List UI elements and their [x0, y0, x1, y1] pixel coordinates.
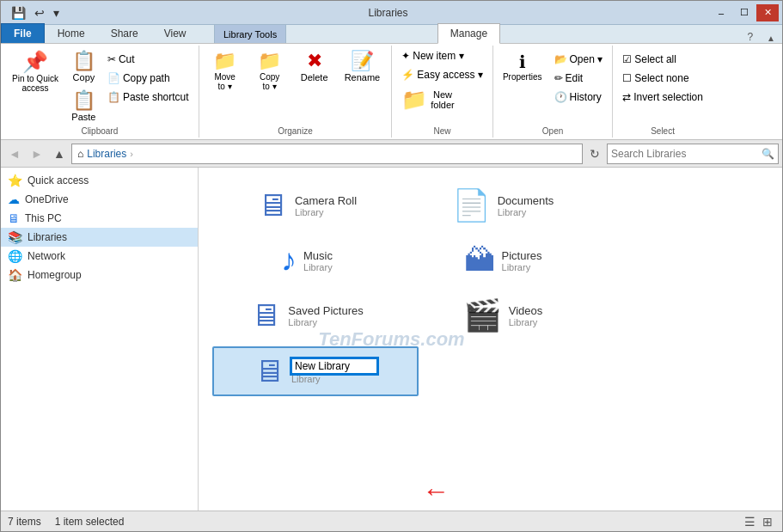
easy-access-button[interactable]: ⚡ Easy access ▾ [397, 66, 487, 83]
library-item-music[interactable]: ♪ Music Library [212, 236, 401, 284]
breadcrumb-libraries[interactable]: Libraries [87, 148, 126, 160]
tab-share[interactable]: Share [98, 23, 151, 43]
tab-home[interactable]: Home [45, 23, 98, 43]
clipboard-section-label: Clipboard [6, 125, 193, 136]
ribbon: 📌 Pin to Quickaccess 📋 Copy 📋 Paste [1, 44, 782, 140]
address-bar: ◄ ► ▲ ⌂ Libraries › ↻ 🔍 [1, 140, 782, 168]
select-none-label: Select none [634, 72, 688, 84]
invert-label: Invert selection [633, 91, 703, 103]
new-folder-button[interactable]: 📁 Newfolder [397, 85, 459, 114]
library-item-new[interactable]: 🖥 Library ← [212, 346, 419, 396]
videos-name: Videos [509, 304, 543, 317]
documents-icon: 📄 [452, 187, 491, 223]
cut-icon: ✂ [107, 53, 116, 65]
search-input[interactable] [611, 148, 760, 160]
content-area: 🖥 Camera Roll Library 📄 Documents Librar… [199, 168, 782, 511]
music-type: Library [303, 262, 333, 272]
address-box[interactable]: ⌂ Libraries › [71, 144, 583, 164]
sidebar-item-onedrive[interactable]: ☁ OneDrive [1, 190, 198, 209]
maximize-button[interactable]: ☐ [733, 4, 755, 21]
copy-icon: 📋 [72, 52, 95, 70]
large-icons-view-btn[interactable]: ⊞ [760, 515, 775, 529]
details-view-btn[interactable]: ☰ [742, 515, 758, 529]
edit-button[interactable]: ✏ Edit [550, 70, 608, 87]
copy-to-button[interactable]: 📁 Copyto ▾ [249, 47, 291, 95]
library-item-videos[interactable]: 🎬 Videos Library [408, 291, 597, 339]
forward-button[interactable]: ► [27, 144, 47, 164]
music-info: Music Library [303, 249, 333, 272]
quick-save-btn[interactable]: 💾 [8, 4, 29, 21]
window-controls: – ☐ ✕ [710, 4, 779, 21]
saved-pictures-icon: 🖥 [250, 297, 281, 333]
new-item-button[interactable]: ✦ New item ▾ [397, 47, 468, 64]
delete-button[interactable]: ✖ Delete [294, 47, 335, 87]
edit-icon: ✏ [554, 72, 563, 84]
sidebar-item-homegroup[interactable]: 🏠 Homegroup [1, 266, 198, 284]
back-button[interactable]: ◄ [4, 144, 25, 164]
tab-file[interactable]: File [1, 23, 45, 43]
sidebar-item-label: Libraries [28, 231, 67, 243]
edit-label: Edit [566, 72, 584, 84]
close-button[interactable]: ✕ [756, 4, 779, 21]
copy-button[interactable]: 📋 Copy [66, 47, 101, 87]
refresh-button[interactable]: ↻ [584, 144, 605, 164]
documents-type: Library [498, 207, 554, 217]
select-section-label: Select [618, 125, 707, 136]
library-item-saved-pictures[interactable]: 🖥 Saved Pictures Library [212, 291, 401, 339]
this-pc-icon: 🖥 [8, 211, 20, 225]
history-button[interactable]: 🕐 History [550, 89, 608, 106]
new-item-label: New item ▾ [413, 50, 463, 62]
library-item-camera-roll[interactable]: 🖥 Camera Roll Library [212, 181, 401, 229]
new-folder-icon: 📁 [401, 89, 427, 110]
quick-customize-btn[interactable]: ▾ [50, 4, 63, 21]
open-button[interactable]: 📂 Open ▾ [550, 51, 608, 68]
cut-button[interactable]: ✂ Cut [103, 51, 193, 68]
videos-info: Videos Library [509, 304, 543, 327]
delete-label: Delete [301, 72, 328, 83]
homegroup-icon: 🏠 [8, 268, 22, 282]
new-library-icon: 🖥 [254, 353, 284, 389]
paste-shortcut-label: Paste shortcut [123, 91, 189, 103]
minimize-button[interactable]: – [710, 4, 732, 21]
properties-label: Properties [503, 72, 542, 82]
select-all-icon: ☑ [622, 53, 632, 65]
paste-shortcut-button[interactable]: 📋 Paste shortcut [103, 89, 193, 106]
documents-info: Documents Library [498, 194, 554, 217]
view-buttons: ☰ ⊞ [742, 515, 775, 529]
copy-to-label: Copyto ▾ [260, 72, 279, 91]
up-button[interactable]: ▲ [49, 144, 70, 164]
sidebar-item-label: Network [28, 250, 65, 262]
tab-manage[interactable]: Manage [437, 23, 500, 44]
pictures-icon: 🏔 [464, 242, 495, 278]
new-library-name-input[interactable] [291, 358, 377, 374]
tab-view[interactable]: View [151, 23, 199, 43]
sidebar-item-libraries[interactable]: 📚 Libraries [1, 228, 198, 247]
pin-label: Pin to Quickaccess [12, 74, 58, 93]
paste-button[interactable]: 📋 Paste [66, 89, 101, 125]
search-icon: 🔍 [762, 148, 774, 160]
invert-selection-button[interactable]: ⇄ Invert selection [618, 89, 707, 106]
quick-access-toolbar: 💾 ↩ ▾ [4, 4, 66, 21]
copy-path-button[interactable]: 📄 Copy path [103, 70, 193, 87]
select-all-button[interactable]: ☑ Select all [618, 51, 681, 68]
help-btn[interactable]: ? [740, 31, 760, 43]
status-bar: 7 items 1 item selected ☰ ⊞ [1, 511, 782, 531]
library-tools-indicator: Library Tools [214, 25, 286, 43]
sidebar-item-this-pc[interactable]: 🖥 This PC [1, 209, 198, 228]
collapse-ribbon-btn[interactable]: ▲ [760, 34, 782, 43]
library-item-documents[interactable]: 📄 Documents Library [408, 181, 597, 229]
properties-button[interactable]: ℹ Properties [499, 47, 547, 106]
select-all-label: Select all [634, 53, 676, 65]
sidebar-item-quick-access[interactable]: ⭐ Quick access [1, 171, 198, 190]
select-none-button[interactable]: ☐ Select none [618, 70, 693, 87]
quick-undo-btn[interactable]: ↩ [31, 4, 48, 21]
move-to-button[interactable]: 📁 Moveto ▾ [205, 47, 246, 95]
network-icon: 🌐 [8, 249, 22, 263]
sidebar-item-label: This PC [25, 212, 62, 224]
pin-to-quick-access-button[interactable]: 📌 Pin to Quickaccess [6, 47, 64, 97]
library-item-pictures[interactable]: 🏔 Pictures Library [408, 236, 597, 284]
search-box[interactable]: 🔍 [607, 144, 779, 164]
rename-button[interactable]: 📝 Rename [339, 47, 387, 87]
sidebar-item-network[interactable]: 🌐 Network [1, 247, 198, 266]
music-icon: ♪ [281, 242, 297, 278]
